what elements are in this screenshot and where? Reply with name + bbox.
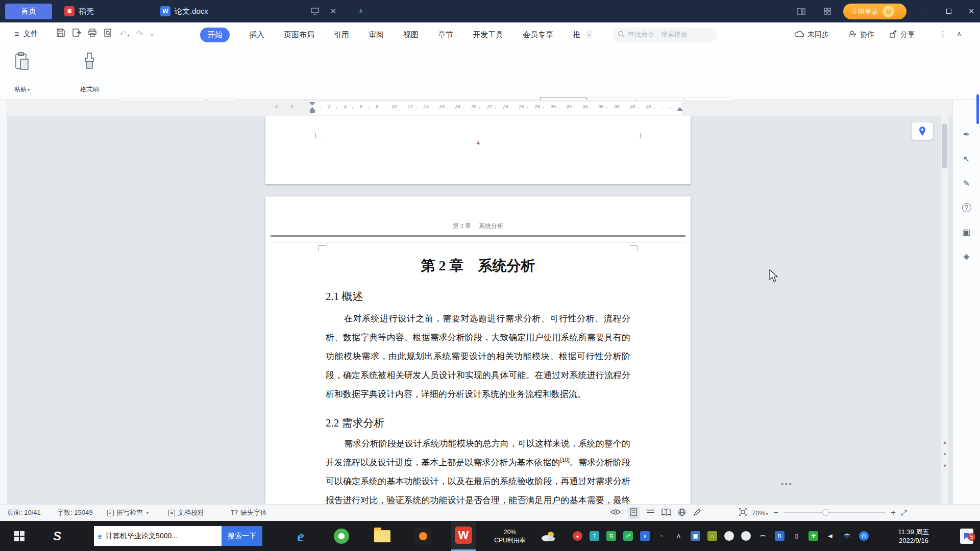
horizontal-ruler[interactable]: 4224681012141618202224262830323436384042 — [0, 100, 980, 116]
select-tool-icon[interactable]: ↖ — [963, 154, 970, 164]
scrollbar-thumb[interactable] — [942, 123, 947, 168]
hanging-indent-marker[interactable] — [309, 107, 315, 111]
message-center-button[interactable]: 5 — [953, 521, 980, 551]
next-page-icon[interactable]: ▼ — [941, 460, 949, 472]
shield-icon[interactable]: ∨ — [640, 531, 650, 541]
zoom-out-icon[interactable]: − — [773, 508, 778, 518]
tab-home[interactable]: 首页 — [5, 4, 52, 19]
taskbar-search-button[interactable]: 搜索一下 — [222, 526, 262, 546]
ime-icon[interactable]: 中 — [842, 531, 852, 541]
sync-green-icon-2[interactable]: ⇄ — [623, 531, 633, 541]
eye-protect-icon[interactable] — [610, 509, 621, 517]
security-ball-icon[interactable]: ● — [573, 531, 582, 541]
restore-button[interactable] — [940, 0, 958, 22]
ie-taskbar-icon[interactable]: e — [289, 521, 312, 551]
monitor-mode-icon[interactable] — [308, 5, 322, 18]
file-explorer-icon[interactable] — [371, 521, 394, 551]
sign-pen-icon[interactable]: ✎ — [963, 179, 970, 188]
file-menu[interactable]: ≡ 文件 — [14, 29, 38, 39]
taskbar-search-text[interactable]: 计算机毕业论文5000... — [106, 532, 222, 541]
menu-tab-7[interactable]: 开发工具 — [473, 30, 503, 40]
zoom-slider-knob[interactable] — [822, 509, 829, 516]
zoom-level[interactable]: 70%▾ — [752, 509, 768, 517]
menu-overflow-chevron[interactable]: › — [586, 30, 592, 39]
vertical-scrollbar[interactable]: ▲ ● ▼ — [940, 116, 948, 504]
print-preview-icon[interactable] — [104, 28, 113, 39]
save-icon[interactable] — [56, 28, 65, 39]
start-button[interactable] — [0, 521, 38, 551]
fit-page-icon[interactable] — [739, 508, 747, 517]
close-tab-icon[interactable]: ✕ — [327, 5, 340, 18]
taskbar-search-box[interactable]: e 计算机毕业论文5000... 搜索一下 — [94, 526, 262, 546]
photo-viewer-icon[interactable]: ▣ — [691, 531, 700, 541]
locate-position-button[interactable] — [912, 122, 933, 140]
zoom-slider[interactable] — [783, 512, 886, 513]
web-view-icon[interactable] — [678, 508, 686, 518]
login-button[interactable]: 立即登录 ☺ — [843, 4, 906, 19]
annotate-pen-icon[interactable]: ✒ — [963, 130, 970, 139]
opera-icon[interactable]: O — [859, 531, 869, 541]
proofread-button[interactable]: ✕ 文档校对 — [168, 505, 204, 521]
ocr-capture-icon[interactable]: ▣ — [963, 227, 970, 237]
new-tab-icon[interactable]: + — [354, 5, 368, 18]
export-icon[interactable] — [72, 28, 81, 39]
split-window-icon[interactable] — [794, 5, 807, 18]
ink-icon[interactable] — [693, 508, 701, 518]
menu-tab-6[interactable]: 章节 — [438, 30, 453, 40]
menu-tab-2[interactable]: 页面布局 — [284, 30, 314, 40]
missing-font-button[interactable]: T? 缺失字体 — [231, 505, 267, 521]
network-signal-icon[interactable]: ≈ — [657, 531, 667, 541]
menu-tab-1[interactable]: 插入 — [249, 30, 264, 40]
cpu-monitor[interactable]: 20% CPU利用率 — [482, 521, 538, 551]
prev-page-icon[interactable]: ▲ — [941, 437, 949, 448]
minimize-button[interactable]: — — [917, 0, 934, 22]
wps-taskbar-icon[interactable]: W — [451, 521, 476, 551]
weather-icon[interactable] — [535, 521, 561, 551]
sync-green-icon-1[interactable]: ⇅ — [606, 531, 616, 541]
menu-tab-0[interactable]: 开始 — [200, 28, 230, 42]
more-menu-icon[interactable]: ⋮ — [939, 30, 947, 39]
browser-360-icon[interactable] — [330, 521, 353, 551]
zoom-in-icon[interactable]: + — [891, 508, 896, 518]
menu-tab-5[interactable]: 视图 — [403, 30, 419, 40]
page-view-icon[interactable] — [628, 507, 640, 519]
redo-icon[interactable]: ↷ — [136, 29, 142, 39]
tab-docer[interactable]: ❋ 稻壳 — [57, 0, 101, 22]
word-count[interactable]: 字数: 15049 — [57, 505, 92, 521]
share-button[interactable]: 分享 — [889, 22, 915, 47]
read-mode-icon[interactable] — [662, 509, 671, 517]
document-canvas[interactable]: 4 第 2 章 系统分析 第 2 章 系统分析 2.1 概述 在对系统进行设计之… — [7, 116, 940, 504]
page-select-icon[interactable]: ● — [941, 448, 949, 460]
customize-quickbar-icon[interactable]: ⌄ — [150, 30, 155, 37]
right-indent-marker[interactable] — [677, 107, 683, 111]
menu-tab-8[interactable]: 会员专享 — [523, 30, 553, 40]
navigate-compass-icon[interactable]: ◈ — [963, 252, 969, 261]
phone-link-icon[interactable]: ▯ — [792, 531, 801, 541]
spellcheck-toggle[interactable]: ✓ 拼写检查▾ — [107, 505, 149, 521]
sogou-icon[interactable]: S — [45, 521, 69, 551]
print-icon[interactable] — [88, 28, 97, 39]
health-plus-icon[interactable]: ✚ — [808, 531, 818, 541]
first-line-indent-marker[interactable] — [309, 102, 315, 106]
outline-view-icon[interactable] — [647, 509, 654, 517]
left-indent-marker[interactable] — [310, 111, 315, 113]
screen-cast-icon[interactable]: ▭ — [758, 531, 768, 541]
fullscreen-icon[interactable]: ⤢ — [901, 508, 907, 517]
workspace-grid-icon[interactable] — [821, 5, 834, 18]
tab-document[interactable]: W 论文.docx — [153, 0, 215, 22]
clock[interactable]: 11:39 周五 2022/9/16 — [883, 521, 944, 551]
page-indicator[interactable]: 页面: 10/41 — [7, 505, 41, 521]
sync-status[interactable]: 未同步 — [794, 22, 829, 47]
android-assistant-icon[interactable]: ∩ — [707, 531, 717, 541]
previous-page[interactable]: 4 — [265, 116, 691, 184]
format-painter-button[interactable]: 格式刷 — [76, 50, 103, 97]
volume-icon[interactable]: ◀ — [825, 531, 835, 541]
close-window-button[interactable]: ✕ — [963, 0, 980, 22]
menu-tab-9[interactable]: 推 — [573, 30, 580, 40]
collapse-ribbon-icon[interactable]: ∧ — [957, 30, 962, 38]
notification-bell-icon[interactable]: Δ — [674, 531, 683, 541]
menu-tab-3[interactable]: 引用 — [334, 30, 349, 40]
bluetooth-icon[interactable]: B — [775, 531, 785, 541]
qq-penguin-icon-1[interactable] — [724, 531, 734, 541]
douyu-app-icon[interactable] — [411, 521, 435, 551]
